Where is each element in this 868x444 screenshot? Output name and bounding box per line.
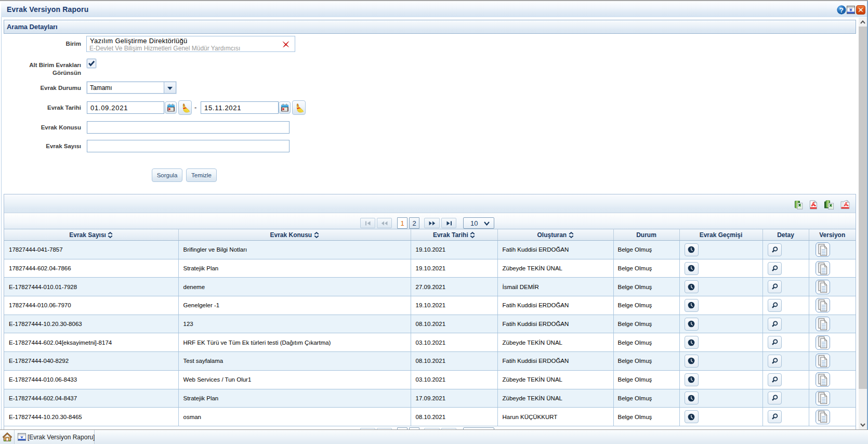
svg-text:?: ? — [839, 6, 844, 14]
